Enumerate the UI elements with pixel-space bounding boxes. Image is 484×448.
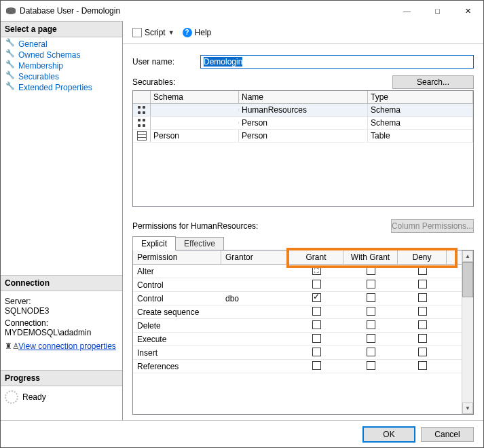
view-connection-properties-link[interactable]: View connection properties: [18, 341, 116, 351]
securables-col-type[interactable]: Type: [368, 91, 473, 103]
permission-row[interactable]: Create sequence: [133, 305, 462, 319]
permission-row[interactable]: Control: [133, 278, 462, 292]
ok-button[interactable]: OK: [362, 426, 415, 443]
checkbox[interactable]: [367, 334, 375, 343]
window-title: Database User - Demologin: [20, 6, 392, 16]
permission-row[interactable]: Insert: [133, 346, 462, 360]
nav-item-membership[interactable]: Membership: [3, 60, 119, 71]
checkbox[interactable]: [312, 293, 321, 302]
securable-row[interactable]: PersonSchema: [133, 117, 473, 130]
checkbox[interactable]: [418, 307, 427, 316]
maximize-button[interactable]: □: [422, 1, 453, 21]
permissions-scrollbar[interactable]: ▲ ▼: [462, 250, 473, 414]
connection-label: Connection:: [5, 318, 118, 328]
schema-icon: [137, 105, 147, 115]
checkbox[interactable]: [312, 307, 321, 316]
securable-row[interactable]: PersonPersonTable: [133, 130, 473, 143]
permissions-label: Permissions for HumanResources:: [132, 221, 391, 231]
script-dropdown-icon[interactable]: ▼: [168, 29, 174, 36]
connection-value: MYDEMOSQL\adadmin: [5, 328, 118, 337]
page-navigation: GeneralOwned SchemasMembershipSecurables…: [1, 37, 122, 94]
server-value: SQLNODE3: [5, 306, 118, 316]
perm-col-grantor[interactable]: Grantor: [221, 250, 289, 264]
nav-item-extended-properties[interactable]: Extended Properties: [3, 82, 119, 93]
checkbox[interactable]: [312, 266, 321, 275]
nav-item-securables[interactable]: Securables: [3, 71, 119, 82]
securable-row[interactable]: HumanResourcesSchema: [133, 104, 473, 117]
permissions-grid[interactable]: Permission Grantor Grant With Grant Deny…: [132, 250, 474, 415]
close-button[interactable]: ✕: [453, 1, 483, 21]
checkbox[interactable]: [312, 280, 321, 288]
column-permissions-button: Column Permissions...: [391, 219, 474, 233]
checkbox[interactable]: [418, 348, 427, 356]
checkbox[interactable]: [367, 348, 375, 356]
script-button[interactable]: Script ▼: [130, 26, 177, 39]
wrench-icon: [6, 50, 16, 60]
progress-header: Progress: [1, 370, 122, 386]
toolbar: Script ▼ ? Help: [123, 21, 483, 44]
permission-row[interactable]: Delete: [133, 319, 462, 333]
wrench-icon: [6, 72, 16, 81]
checkbox[interactable]: [367, 293, 375, 302]
permission-row[interactable]: References: [133, 360, 462, 373]
select-page-header: Select a page: [1, 21, 122, 37]
help-icon: ?: [183, 28, 192, 37]
titlebar: Database User - Demologin — □ ✕: [1, 1, 483, 21]
minimize-button[interactable]: —: [392, 1, 422, 21]
dialog-footer: OK Cancel: [1, 420, 483, 447]
username-label: User name:: [132, 57, 193, 67]
permission-row[interactable]: Alter: [133, 265, 462, 278]
scroll-up-button[interactable]: ▲: [462, 250, 473, 262]
securables-grid[interactable]: Schema Name Type HumanResourcesSchemaPer…: [132, 90, 474, 207]
progress-status: Ready: [22, 392, 46, 402]
perm-col-deny[interactable]: Deny: [398, 250, 447, 264]
server-label: Server:: [5, 297, 118, 306]
tab-explicit[interactable]: Explicit: [132, 236, 176, 250]
schema-icon: [137, 118, 147, 128]
permission-row[interactable]: Execute: [133, 333, 462, 346]
username-input[interactable]: Demologin: [200, 55, 474, 69]
database-icon: [6, 6, 16, 16]
connection-props-icon: ♜♙: [5, 341, 16, 351]
script-icon: [132, 28, 142, 37]
wrench-icon: [6, 39, 16, 49]
checkbox[interactable]: [418, 280, 427, 288]
checkbox[interactable]: [312, 334, 321, 343]
dialog-window: Database User - Demologin — □ ✕ Select a…: [0, 0, 484, 448]
checkbox[interactable]: [312, 361, 321, 370]
perm-col-grant[interactable]: Grant: [289, 250, 343, 264]
nav-item-general[interactable]: General: [3, 39, 119, 50]
checkbox[interactable]: [367, 266, 375, 275]
left-pane: Select a page GeneralOwned SchemasMember…: [1, 21, 123, 420]
perm-col-permission[interactable]: Permission: [133, 250, 221, 264]
search-button[interactable]: Search...: [392, 75, 474, 89]
checkbox[interactable]: [367, 361, 375, 370]
tab-effective[interactable]: Effective: [175, 237, 224, 251]
securables-col-schema[interactable]: Schema: [151, 91, 239, 103]
cancel-button[interactable]: Cancel: [421, 427, 474, 442]
checkbox[interactable]: [418, 334, 427, 343]
checkbox[interactable]: [418, 266, 427, 275]
nav-item-owned-schemas[interactable]: Owned Schemas: [3, 50, 119, 60]
checkbox[interactable]: [418, 361, 427, 370]
checkbox[interactable]: [367, 280, 375, 288]
wrench-icon: [6, 83, 16, 92]
permissions-tabs: ExplicitEffective: [132, 236, 474, 250]
perm-col-withgrant[interactable]: With Grant: [343, 250, 398, 264]
scroll-thumb[interactable]: [462, 262, 473, 297]
checkbox[interactable]: [418, 293, 427, 302]
scroll-down-button[interactable]: ▼: [462, 403, 473, 414]
checkbox[interactable]: [312, 320, 321, 329]
checkbox[interactable]: [418, 320, 427, 329]
table-icon: [137, 131, 147, 141]
connection-header: Connection: [1, 275, 122, 291]
checkbox[interactable]: [312, 348, 321, 356]
progress-spinner-icon: [5, 390, 18, 404]
securables-label: Securables:: [132, 77, 392, 87]
checkbox[interactable]: [367, 307, 375, 316]
wrench-icon: [6, 61, 16, 71]
permission-row[interactable]: Controldbo: [133, 292, 462, 305]
securables-col-name[interactable]: Name: [239, 91, 368, 103]
help-button[interactable]: ? Help: [180, 26, 215, 39]
checkbox[interactable]: [367, 320, 375, 329]
